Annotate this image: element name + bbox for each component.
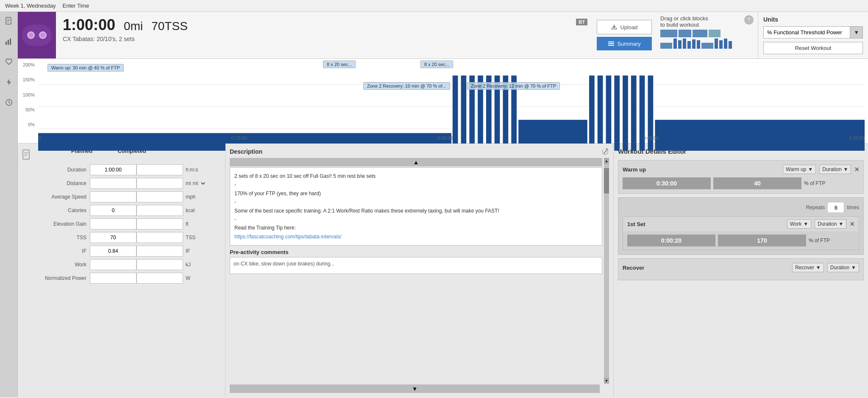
y-label-50: 50% (25, 107, 35, 112)
repeats-row: Repeats times (623, 202, 859, 213)
description-link[interactable]: https://fascatcoaching.com/tips/tabata-i… (234, 234, 342, 240)
editor-panel: Workout Details Editor Warm up Warm up ▼… (614, 144, 868, 397)
units-dropdown-arrow[interactable]: ▼ (850, 27, 862, 38)
sidebar (0, 12, 18, 397)
summary-button[interactable]: Summary (597, 37, 652, 50)
if-label: IF (22, 248, 90, 254)
svg-rect-12 (608, 41, 614, 42)
desc-scroll-track (604, 164, 609, 378)
tooltip-intervals1: 8 x 20 sec... (323, 61, 356, 68)
chart-x-axis: 0 0:15:00 0:30:00 0:45:00 1:00:00 (38, 135, 865, 141)
elevation-label: Elevation Gain (22, 221, 90, 227)
tss-planned[interactable] (90, 232, 136, 243)
blocks-help-button[interactable]: ? (744, 15, 754, 25)
workout-buttons: Upload Summary (593, 12, 656, 58)
distance-label: Distance (22, 180, 90, 186)
workout-stats: 1:00:00 0mi 70TSS (63, 16, 569, 34)
paperclip-icon[interactable] (601, 148, 609, 155)
svg-rect-39 (23, 150, 29, 159)
sidebar-icon-clock[interactable] (3, 97, 15, 108)
recover-block: Recover Recover ▼ Duration ▼ (618, 258, 864, 280)
main-container: 1:00:00 0mi 70TSS CX Tabatas: 20/10's, 2… (0, 12, 868, 397)
workout-name: CX Tabatas: 20/10's, 2 sets (63, 36, 569, 42)
distance-unit-select[interactable]: mikm (191, 180, 206, 187)
svg-rect-5 (8, 40, 9, 45)
desc-scroll-up[interactable]: ▲ (604, 158, 609, 164)
content-area: 1:00:00 0mi 70TSS CX Tabatas: 20/10's, 2… (18, 12, 868, 397)
calories-completed[interactable] (136, 205, 183, 216)
svg-line-43 (604, 149, 607, 154)
description-panel: Description ▲ 2 sets of 8 x 20 sec on 10… (225, 144, 614, 397)
first-set-duration-dropdown[interactable]: Duration ▼ (815, 219, 846, 229)
first-set-work-dropdown[interactable]: Work ▼ (787, 219, 812, 229)
sidebar-icon-doc[interactable] (3, 15, 15, 27)
first-set-time-input[interactable] (627, 235, 715, 246)
work-planned[interactable] (90, 259, 136, 270)
elevation-completed[interactable] (136, 218, 183, 229)
avg-speed-unit: mph (186, 194, 195, 200)
pre-activity-section: Pre-activity comments on CX bike, slow d… (230, 249, 602, 274)
if-planned[interactable] (90, 246, 136, 257)
top-bar: Week 1, Wednesday Enter Time (0, 0, 868, 12)
description-scroll-area: ▲ 2 sets of 8 x 20 sec on 10 sec off Ful… (230, 158, 602, 384)
x-label-30: 0:30:00 (437, 135, 453, 141)
units-select[interactable]: % Functional Threshold Power (764, 27, 850, 38)
description-content-wrapper: ▲ 2 sets of 8 x 20 sec on 10 sec off Ful… (230, 158, 609, 384)
week-label: Week 1, Wednesday (5, 3, 56, 9)
scroll-down-button[interactable]: ▼ (230, 384, 600, 393)
repeats-input[interactable] (827, 202, 844, 213)
tooltip-recovery1: Zone 2 Recovery: 10 min @ 70 % of... (363, 82, 450, 90)
duration-label: Duration (22, 167, 90, 173)
normalized-power-planned[interactable] (90, 273, 136, 284)
normalized-power-completed[interactable] (136, 273, 183, 284)
warmup-title: Warm up (623, 166, 646, 173)
stats-row-distance: Distance mi mikm (22, 178, 221, 189)
desc-scroll-down[interactable]: ▼ (604, 378, 609, 384)
svg-marker-7 (7, 79, 11, 86)
units-label: Units (763, 16, 863, 23)
workout-distance: 0mi (124, 19, 143, 33)
x-label-15: 0:15:00 (231, 135, 247, 141)
scroll-up-button[interactable]: ▲ (230, 158, 602, 166)
stats-row-work: Work kJ (22, 259, 221, 270)
elevation-planned[interactable] (90, 218, 136, 229)
workout-info: 1:00:00 0mi 70TSS CX Tabatas: 20/10's, 2… (56, 12, 576, 58)
workout-tss: 70TSS (151, 19, 188, 33)
avg-speed-planned[interactable] (90, 191, 136, 202)
warmup-pct-input[interactable] (713, 177, 801, 189)
recover-type-dropdown[interactable]: Recover ▼ (792, 263, 824, 272)
desc-scroll-thumb[interactable] (604, 168, 609, 193)
sidebar-icon-bolt[interactable] (3, 76, 15, 88)
units-select-wrapper[interactable]: % Functional Threshold Power ▼ (763, 26, 863, 39)
tss-unit: TSS (186, 235, 195, 240)
workout-duration: 1:00:00 (63, 16, 115, 34)
stats-row-elevation: Elevation Gain ft (22, 218, 221, 229)
recover-duration-dropdown[interactable]: Duration ▼ (827, 263, 859, 272)
sidebar-icon-chart[interactable] (3, 36, 15, 47)
tss-completed[interactable] (136, 232, 183, 243)
warmup-controls: Warm up ▼ Duration ▼ × (783, 165, 859, 174)
avg-speed-completed[interactable] (136, 191, 183, 202)
enter-time-link[interactable]: Enter Time (62, 3, 89, 9)
warmup-time-input[interactable] (623, 177, 711, 189)
stats-row-normalized-power: Normalized Power W (22, 273, 221, 284)
warmup-type-dropdown[interactable]: Warm up ▼ (783, 165, 816, 174)
if-completed[interactable] (136, 246, 183, 257)
first-set-section: 1st Set Work ▼ Duration ▼ × (623, 216, 859, 250)
distance-completed[interactable] (136, 178, 183, 189)
warmup-close-button[interactable]: × (854, 165, 859, 174)
duration-completed[interactable] (136, 164, 183, 175)
calories-planned[interactable] (90, 205, 136, 216)
calories-label: Calories (22, 207, 90, 213)
sidebar-icon-heart[interactable] (3, 56, 15, 68)
duration-planned[interactable] (90, 164, 136, 175)
tooltip-intervals2: 8 x 20 sec... (420, 61, 453, 68)
first-set-pct-input[interactable] (718, 235, 806, 246)
first-set-close-button[interactable]: × (850, 220, 854, 229)
reset-workout-button[interactable]: Reset Workout (763, 42, 863, 54)
work-completed[interactable] (136, 259, 183, 270)
warmup-duration-dropdown[interactable]: Duration ▼ (819, 165, 851, 174)
description-text: 2 sets of 8 x 20 sec on 10 sec off Full … (230, 167, 602, 246)
upload-button[interactable]: Upload (597, 20, 652, 34)
distance-planned[interactable] (90, 178, 136, 189)
